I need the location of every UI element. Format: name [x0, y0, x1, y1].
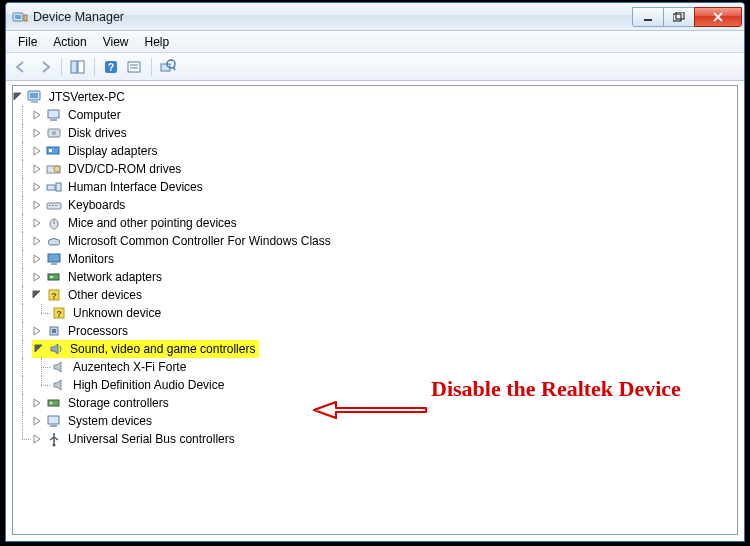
category-storage[interactable]: Storage controllers [13, 394, 737, 412]
category-ms-controller[interactable]: Microsoft Common Controller For Windows … [13, 232, 737, 250]
expand-icon[interactable] [32, 178, 46, 196]
menu-file[interactable]: File [10, 33, 45, 51]
expand-icon[interactable] [32, 430, 46, 448]
toolbar-separator [61, 58, 62, 76]
tree-label: High Definition Audio Device [71, 377, 226, 393]
svg-rect-17 [30, 93, 38, 98]
device-unknown[interactable]: ? Unknown device [13, 304, 737, 322]
svg-rect-24 [49, 149, 52, 152]
svg-text:?: ? [56, 309, 62, 319]
show-hide-console-button[interactable] [67, 56, 89, 78]
expand-icon[interactable] [32, 322, 46, 340]
tree-view[interactable]: JTSVertex-PC Computer Disk drives Di [12, 85, 738, 535]
svg-rect-2 [24, 15, 27, 21]
category-network[interactable]: Network adapters [13, 268, 737, 286]
expand-icon[interactable] [32, 268, 46, 286]
svg-rect-35 [48, 254, 60, 262]
category-usb[interactable]: Universal Serial Bus controllers [13, 430, 737, 448]
back-button[interactable] [10, 56, 32, 78]
expand-icon[interactable] [32, 394, 46, 412]
menu-view[interactable]: View [95, 33, 137, 51]
expand-icon[interactable] [32, 142, 46, 160]
tree-label: Computer [66, 107, 123, 123]
device-auzentech[interactable]: Auzentech X-Fi Forte [13, 358, 737, 376]
category-hid[interactable]: Human Interface Devices [13, 178, 737, 196]
category-disk-drives[interactable]: Disk drives [13, 124, 737, 142]
hid-icon [46, 179, 62, 195]
category-sound[interactable]: Sound, video and game controllers [13, 340, 737, 358]
category-processors[interactable]: Processors [13, 322, 737, 340]
svg-rect-3 [644, 19, 652, 21]
svg-rect-18 [31, 101, 38, 103]
controller-icon [46, 233, 62, 249]
svg-rect-31 [52, 205, 54, 206]
svg-rect-48 [50, 425, 57, 427]
svg-rect-20 [50, 119, 57, 121]
device-hd-audio[interactable]: High Definition Audio Device [13, 376, 737, 394]
category-keyboards[interactable]: Keyboards [13, 196, 737, 214]
category-system-devices[interactable]: System devices [13, 412, 737, 430]
title-bar: Device Manager [6, 3, 744, 31]
menu-help[interactable]: Help [137, 33, 178, 51]
svg-rect-47 [48, 416, 59, 424]
expand-icon[interactable] [32, 124, 46, 142]
svg-rect-44 [52, 329, 56, 333]
category-other-devices[interactable]: ? Other devices [13, 286, 737, 304]
tree-label: Monitors [66, 251, 116, 267]
svg-rect-28 [56, 183, 61, 191]
expand-icon[interactable] [32, 232, 46, 250]
tree-label: Processors [66, 323, 130, 339]
collapse-icon[interactable] [32, 286, 46, 304]
svg-rect-10 [128, 62, 140, 72]
expand-icon[interactable] [32, 160, 46, 178]
expand-icon[interactable] [32, 196, 46, 214]
svg-point-46 [50, 402, 53, 405]
maximize-button[interactable] [663, 7, 695, 27]
computer-icon [27, 89, 43, 105]
properties-button[interactable] [124, 56, 146, 78]
svg-rect-38 [50, 276, 53, 278]
minimize-button[interactable] [632, 7, 664, 27]
category-display-adapters[interactable]: Display adapters [13, 142, 737, 160]
svg-rect-30 [49, 205, 51, 206]
category-dvd-cdrom[interactable]: DVD/CD-ROM drives [13, 160, 737, 178]
toolbar: ? [6, 53, 744, 81]
display-adapter-icon [46, 143, 62, 159]
category-computer[interactable]: Computer [13, 106, 737, 124]
menu-action[interactable]: Action [45, 33, 94, 51]
tree-label: Human Interface Devices [66, 179, 205, 195]
help-button[interactable]: ? [100, 56, 122, 78]
forward-button[interactable] [34, 56, 56, 78]
tree-label: Disk drives [66, 125, 129, 141]
expand-icon[interactable] [32, 250, 46, 268]
cdrom-icon [46, 161, 62, 177]
svg-rect-19 [48, 110, 59, 118]
category-mice[interactable]: Mice and other pointing devices [13, 214, 737, 232]
expand-icon[interactable] [32, 106, 46, 124]
tree-root[interactable]: JTSVertex-PC [13, 88, 737, 106]
unknown-device-icon: ? [51, 305, 67, 321]
tree-label: Storage controllers [66, 395, 171, 411]
app-icon [12, 9, 28, 25]
keyboard-icon [46, 197, 62, 213]
svg-rect-23 [47, 147, 59, 154]
expand-icon[interactable] [32, 214, 46, 232]
system-icon [46, 413, 62, 429]
category-monitors[interactable]: Monitors [13, 250, 737, 268]
storage-icon [46, 395, 62, 411]
collapse-icon[interactable] [34, 340, 48, 358]
network-icon [46, 269, 62, 285]
expand-icon[interactable] [32, 412, 46, 430]
svg-rect-1 [15, 15, 21, 19]
collapse-icon[interactable] [13, 88, 27, 106]
svg-rect-5 [676, 12, 684, 19]
svg-line-15 [173, 67, 175, 70]
menu-bar: File Action View Help [6, 31, 744, 53]
monitor-icon [46, 251, 62, 267]
close-button[interactable] [694, 7, 742, 27]
tree-label: Unknown device [71, 305, 163, 321]
scan-hardware-button[interactable] [157, 56, 179, 78]
tree-label: Microsoft Common Controller For Windows … [66, 233, 333, 249]
tree-label: Universal Serial Bus controllers [66, 431, 237, 447]
svg-text:?: ? [108, 62, 114, 73]
